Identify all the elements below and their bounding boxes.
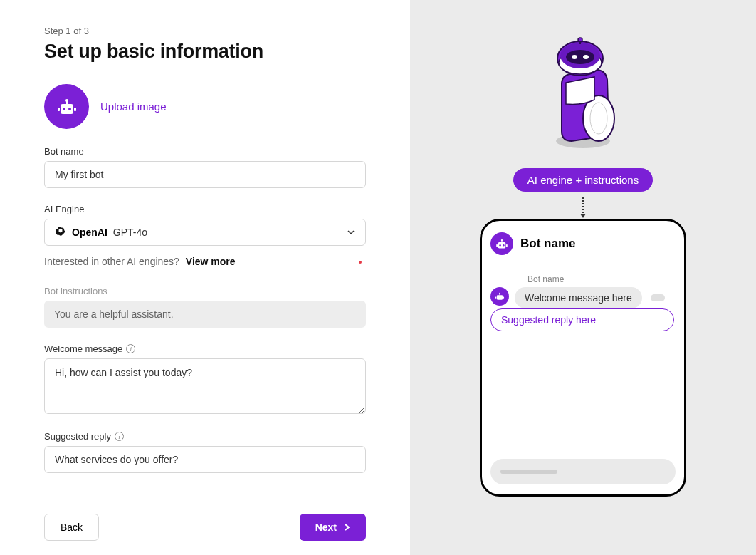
robot-icon — [495, 292, 505, 301]
robot-illustration — [540, 34, 626, 151]
chat-avatar — [490, 232, 513, 255]
bot-instructions-label: Bot instructions — [44, 286, 366, 296]
next-button[interactable]: Next — [300, 514, 366, 541]
svg-rect-20 — [498, 242, 506, 248]
chevron-down-icon — [347, 228, 355, 237]
svg-rect-3 — [58, 108, 60, 111]
svg-point-6 — [68, 108, 71, 110]
engine-hint-text: Interested in other AI engines? — [44, 256, 179, 267]
svg-point-23 — [499, 244, 500, 246]
bot-avatar-placeholder[interactable] — [44, 84, 89, 129]
message-sender-label: Bot name — [527, 274, 676, 284]
info-icon[interactable]: i — [115, 432, 124, 441]
bot-name-label: Bot name — [44, 146, 366, 157]
chat-input-placeholder — [490, 459, 676, 484]
svg-point-14 — [572, 55, 577, 59]
svg-rect-27 — [497, 295, 503, 300]
engine-model: GPT-4o — [113, 227, 147, 238]
robot-icon — [56, 98, 78, 115]
page-title: Set up basic information — [44, 41, 366, 63]
suggested-reply-input[interactable] — [44, 446, 366, 473]
svg-rect-21 — [496, 244, 498, 247]
step-indicator: Step 1 of 3 — [44, 26, 366, 36]
svg-rect-19 — [501, 240, 502, 242]
svg-point-13 — [566, 50, 594, 64]
ai-engine-label: AI Engine — [44, 204, 366, 214]
engine-brand: OpenAI — [72, 227, 107, 238]
notification-dot — [359, 261, 362, 264]
svg-point-9 — [590, 103, 607, 134]
footer-bar: Back Next — [0, 499, 410, 555]
welcome-message-input[interactable]: Hi, how can I assist you today? — [44, 358, 366, 414]
typing-indicator — [651, 294, 665, 301]
suggested-reply-chip: Suggested reply here — [490, 308, 674, 331]
svg-point-5 — [63, 108, 65, 110]
ai-engine-select[interactable]: OpenAI GPT-4o — [44, 219, 366, 246]
svg-point-15 — [583, 55, 589, 59]
svg-rect-26 — [500, 294, 500, 295]
back-button[interactable]: Back — [44, 514, 99, 541]
welcome-bubble: Welcome message here — [515, 287, 642, 308]
svg-rect-2 — [61, 104, 73, 114]
bot-name-input[interactable] — [44, 161, 366, 188]
bot-instructions-field: You are a helpful assistant. — [44, 301, 366, 328]
svg-rect-1 — [66, 101, 68, 104]
pill-label: AI engine + instructions — [513, 168, 653, 192]
svg-rect-29 — [503, 296, 504, 298]
welcome-message-label: Welcome message i — [44, 343, 366, 354]
robot-icon — [495, 239, 508, 249]
openai-icon — [55, 227, 66, 238]
upload-image-link[interactable]: Upload image — [100, 100, 167, 113]
view-more-link[interactable]: View more — [186, 256, 236, 267]
chevron-right-icon — [344, 523, 350, 531]
chat-header-title: Bot name — [520, 237, 575, 251]
svg-rect-28 — [495, 296, 496, 298]
suggested-reply-label: Suggested reply i — [44, 431, 366, 442]
message-avatar — [490, 287, 509, 306]
svg-point-24 — [503, 244, 504, 246]
info-icon[interactable]: i — [126, 344, 135, 353]
svg-rect-4 — [74, 108, 76, 111]
svg-rect-22 — [506, 244, 508, 247]
chat-preview: Bot name Bot name Welcome message here S… — [480, 219, 686, 497]
arrow-down-icon — [582, 197, 584, 216]
